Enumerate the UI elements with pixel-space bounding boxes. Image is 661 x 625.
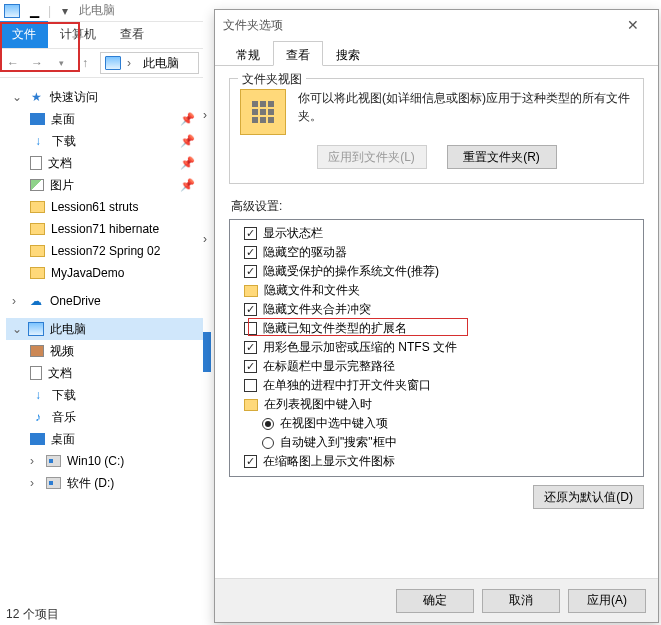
ribbon-view-tab[interactable]: 查看 [108, 21, 156, 48]
tree-pictures[interactable]: 图片📌 [6, 174, 203, 196]
tree-label: 下载 [52, 133, 76, 150]
cancel-button[interactable]: 取消 [482, 589, 560, 613]
advanced-settings-list[interactable]: 显示状态栏 隐藏空的驱动器 隐藏受保护的操作系统文件(推荐) 隐藏文件和文件夹 … [229, 219, 644, 477]
adv-item-label: 显示状态栏 [263, 225, 323, 242]
checkbox-icon[interactable] [244, 227, 257, 240]
tree-folder-3[interactable]: Lession72 Spring 02 [6, 240, 203, 262]
tree-folder-4[interactable]: MyJavaDemo [6, 262, 203, 284]
tree-onedrive[interactable]: ›☁OneDrive [6, 290, 203, 312]
adv-item[interactable]: 在缩略图上显示文件图标 [234, 452, 639, 471]
radio-icon[interactable] [262, 437, 274, 449]
download-icon: ↓ [30, 133, 46, 149]
reset-folders-button[interactable]: 重置文件夹(R) [447, 145, 557, 169]
apply-button[interactable]: 应用(A) [568, 589, 646, 613]
desktop-icon [30, 113, 45, 125]
forward-icon[interactable]: → [28, 54, 46, 72]
tab-view[interactable]: 查看 [273, 41, 323, 66]
tree-downloads[interactable]: ↓下载📌 [6, 130, 203, 152]
video-icon [30, 345, 44, 357]
folder-icon [244, 285, 258, 297]
star-icon: ★ [28, 89, 44, 105]
advanced-label: 高级设置: [231, 198, 644, 215]
qat-prop-icon[interactable]: ▁ [26, 3, 42, 19]
checkbox-icon[interactable] [244, 246, 257, 259]
adv-item[interactable]: 在标题栏中显示完整路径 [234, 357, 639, 376]
checkbox-icon[interactable] [244, 322, 257, 335]
tree-documents-2[interactable]: 文档 [6, 362, 203, 384]
pin-icon: 📌 [180, 156, 195, 170]
adv-item[interactable]: 隐藏空的驱动器 [234, 243, 639, 262]
chevron-down-icon: ⌄ [12, 322, 22, 336]
tree-drive-c[interactable]: ›Win10 (C:) [6, 450, 203, 472]
tree-music[interactable]: ♪音乐 [6, 406, 203, 428]
checkbox-icon[interactable] [244, 341, 257, 354]
checkbox-icon[interactable] [244, 303, 257, 316]
adv-item-label: 在标题栏中显示完整路径 [263, 358, 395, 375]
ok-button[interactable]: 确定 [396, 589, 474, 613]
qat-title: 此电脑 [79, 2, 115, 19]
adv-item[interactable]: 显示状态栏 [234, 224, 639, 243]
document-icon [30, 366, 42, 380]
dialog-titlebar: 文件夹选项 ✕ [215, 10, 658, 40]
tree-label: 文档 [48, 365, 72, 382]
music-icon: ♪ [30, 409, 46, 425]
cloud-icon: ☁ [28, 293, 44, 309]
checkbox-icon[interactable] [244, 379, 257, 392]
adv-item[interactable]: 在单独的进程中打开文件夹窗口 [234, 376, 639, 395]
apply-to-folders-button: 应用到文件夹(L) [317, 145, 427, 169]
adv-item-group[interactable]: 在列表视图中键入时 [234, 395, 639, 414]
checkbox-icon[interactable] [244, 360, 257, 373]
checkbox-icon[interactable] [244, 455, 257, 468]
adv-item[interactable]: 用彩色显示加密或压缩的 NTFS 文件 [234, 338, 639, 357]
up-icon[interactable]: ↑ [76, 54, 94, 72]
tree-drive-d[interactable]: ›软件 (D:) [6, 472, 203, 494]
adv-item-radio[interactable]: 在视图中选中键入项 [234, 414, 639, 433]
adv-item-group[interactable]: 隐藏文件和文件夹 [234, 281, 639, 300]
selected-item-peek [203, 332, 211, 372]
radio-icon[interactable] [262, 418, 274, 430]
adv-item[interactable]: 隐藏文件夹合并冲突 [234, 300, 639, 319]
tree-thispc[interactable]: ⌄此电脑 [6, 318, 203, 340]
tab-general[interactable]: 常规 [223, 41, 273, 66]
tree-documents[interactable]: 文档📌 [6, 152, 203, 174]
checkbox-icon[interactable] [244, 265, 257, 278]
chevron-right-icon: › [127, 56, 137, 70]
address-bar[interactable]: › 此电脑 [100, 52, 199, 74]
status-bar: 12 个项目 [6, 606, 59, 623]
tree-desktop-2[interactable]: 桌面 [6, 428, 203, 450]
qat-dropdown-icon[interactable]: ▾ [57, 3, 73, 19]
folder-icon [30, 223, 45, 235]
folder-view-text: 你可以将此视图(如详细信息或图标)应用于这种类型的所有文件夹。 [298, 89, 633, 135]
tree-label: 桌面 [51, 111, 75, 128]
tab-search[interactable]: 搜索 [323, 41, 373, 66]
adv-item-label: 自动键入到"搜索"框中 [280, 434, 397, 451]
adv-item-label: 隐藏受保护的操作系统文件(推荐) [263, 263, 439, 280]
tree-quick-access[interactable]: ⌄ ★ 快速访问 [6, 86, 203, 108]
tree-folder-2[interactable]: Lession71 hibernate [6, 218, 203, 240]
adv-item[interactable]: 隐藏受保护的操作系统文件(推荐) [234, 262, 639, 281]
tree-label: Lession61 struts [51, 200, 138, 214]
adv-item-radio[interactable]: 自动键入到"搜索"框中 [234, 433, 639, 452]
explorer-window: ▁ | ▾ 此电脑 文件 计算机 查看 ← → ▾ ↑ › 此电脑 ⌄ ★ 快速… [0, 0, 203, 625]
recent-dropdown-icon[interactable]: ▾ [52, 54, 70, 72]
ribbon-file-tab[interactable]: 文件 [0, 21, 48, 48]
tree-label: 快速访问 [50, 89, 98, 106]
folder-icon [30, 201, 45, 213]
pin-icon: 📌 [180, 178, 195, 192]
address-text: 此电脑 [143, 55, 179, 72]
tree-downloads-2[interactable]: ↓下载 [6, 384, 203, 406]
adv-item-label: 隐藏文件夹合并冲突 [263, 301, 371, 318]
tree-videos[interactable]: 视频 [6, 340, 203, 362]
tree-desktop[interactable]: 桌面📌 [6, 108, 203, 130]
tree-folder-1[interactable]: Lession61 struts [6, 196, 203, 218]
restore-defaults-button[interactable]: 还原为默认值(D) [533, 485, 644, 509]
adv-item-label: 隐藏空的驱动器 [263, 244, 347, 261]
quick-access-toolbar: ▁ | ▾ 此电脑 [0, 0, 203, 22]
ribbon-computer-tab[interactable]: 计算机 [48, 21, 108, 48]
tree-label: 桌面 [51, 431, 75, 448]
chevron-down-icon: ⌄ [12, 90, 22, 104]
close-icon[interactable]: ✕ [616, 17, 650, 33]
dialog-title: 文件夹选项 [223, 17, 283, 34]
adv-item-hide-extensions[interactable]: 隐藏已知文件类型的扩展名 [234, 319, 639, 338]
back-icon[interactable]: ← [4, 54, 22, 72]
